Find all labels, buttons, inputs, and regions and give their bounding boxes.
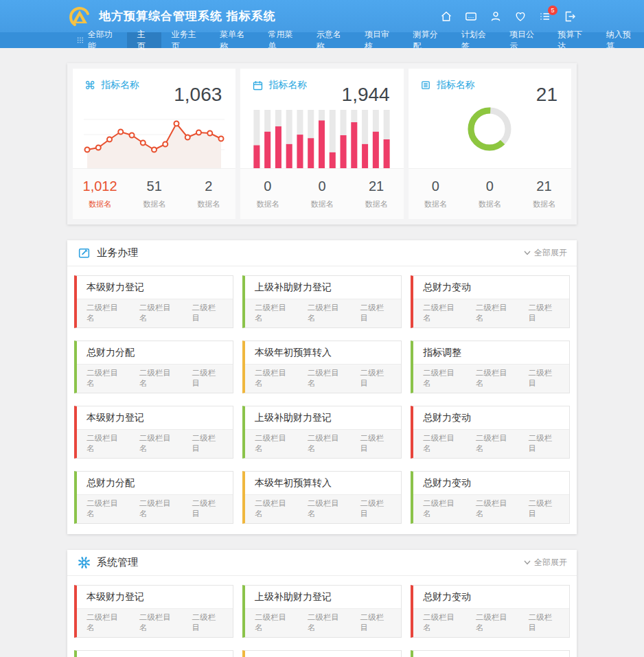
menu-card-subitem[interactable]: 二级栏目名: [308, 498, 347, 519]
menu-card-title[interactable]: 总财力变动: [413, 472, 569, 494]
heart-icon[interactable]: [512, 8, 529, 25]
menu-card-title[interactable]: 上级补助财力登记: [245, 406, 401, 429]
nav-item[interactable]: 项目审核: [354, 32, 402, 48]
menu-card-subitem[interactable]: 二级栏目: [192, 433, 223, 454]
menu-card-subitem[interactable]: 二级栏目名: [423, 612, 462, 633]
menu-card[interactable]: 总财力分配二级栏目名二级栏目名二级栏目: [74, 650, 233, 657]
menu-card-subitem[interactable]: 二级栏目: [192, 368, 223, 389]
menu-card-subitem[interactable]: 二级栏目名: [308, 433, 347, 454]
nav-item[interactable]: 计划会签: [451, 32, 499, 48]
menu-card[interactable]: 本级年初预算转入二级栏目名二级栏目名二级栏目: [242, 650, 402, 657]
menu-card-subitem[interactable]: 二级栏目名: [87, 498, 126, 519]
menu-card-subitem[interactable]: 二级栏目名: [139, 368, 179, 389]
menu-card[interactable]: 总财力分配二级栏目名二级栏目名二级栏目: [74, 341, 233, 393]
menu-card-title[interactable]: 本级财力登记: [77, 406, 233, 429]
nav-item[interactable]: 主页: [127, 32, 161, 48]
menu-card-subitem[interactable]: 二级栏目名: [476, 368, 515, 389]
menu-card-subitem[interactable]: 二级栏目: [360, 368, 391, 389]
menu-card-title[interactable]: 本级年初预算转入: [245, 472, 401, 494]
menu-card[interactable]: 指标调整二级栏目名二级栏目名二级栏目: [411, 341, 570, 393]
menu-card-subitem[interactable]: 二级栏目名: [476, 498, 515, 519]
menu-card-subitem[interactable]: 二级栏目名: [87, 368, 126, 389]
expand-all-button[interactable]: 全部展开: [524, 247, 567, 259]
nav-item-all-functions[interactable]: 全部功能: [67, 32, 127, 48]
menu-card-subitem[interactable]: 二级栏目名: [423, 498, 462, 519]
menu-card-subitem[interactable]: 二级栏目名: [139, 612, 179, 633]
menu-card-subitem[interactable]: 二级栏目名: [476, 303, 515, 323]
menu-card-subitem[interactable]: 二级栏目名: [423, 303, 462, 323]
menu-card-title[interactable]: 总财力变动: [413, 406, 569, 429]
menu-card-subitem[interactable]: 二级栏目: [529, 498, 560, 519]
menu-card-subitem[interactable]: 二级栏目名: [255, 498, 294, 519]
menu-card[interactable]: 上级补助财力登记二级栏目名二级栏目名二级栏目: [242, 406, 402, 459]
menu-card-title[interactable]: 本级财力登记: [77, 586, 233, 608]
menu-card-subitem[interactable]: 二级栏目名: [87, 612, 126, 633]
menu-card-subitem[interactable]: 二级栏目: [529, 433, 560, 454]
menu-card-subitem[interactable]: 二级栏目: [360, 612, 391, 633]
menu-card-subitem[interactable]: 二级栏目名: [139, 303, 179, 323]
menu-card-subitem[interactable]: 二级栏目名: [139, 433, 179, 454]
nav-item[interactable]: 预算下达: [547, 32, 595, 48]
menu-card-title[interactable]: 本级年初预算转入: [245, 651, 401, 657]
nav-item[interactable]: 业务主页: [161, 32, 209, 48]
menu-card-title[interactable]: 本级年初预算转入: [245, 341, 401, 364]
nav-item[interactable]: 纳入预算: [596, 32, 644, 48]
card-icon[interactable]: [463, 8, 479, 25]
menu-card-title[interactable]: 总财力分配: [77, 472, 233, 494]
menu-card-subitem[interactable]: 二级栏目名: [308, 303, 347, 323]
menu-card-subitem[interactable]: 二级栏目: [360, 303, 391, 323]
menu-card-title[interactable]: 上级补助财力登记: [245, 586, 401, 608]
menu-card-title[interactable]: 总财力分配: [77, 341, 233, 364]
menu-card-subitem[interactable]: 二级栏目: [529, 612, 560, 633]
menu-card-title[interactable]: 总财力变动: [413, 586, 569, 608]
menu-card-subitem[interactable]: 二级栏目名: [87, 433, 126, 454]
menu-card-subitem[interactable]: 二级栏目名: [423, 368, 462, 389]
nav-item[interactable]: 项目公示: [499, 32, 547, 48]
menu-card-subitem[interactable]: 二级栏目名: [255, 612, 294, 633]
menu-card-title[interactable]: 指标调整: [413, 651, 569, 657]
menu-card[interactable]: 上级补助财力登记二级栏目名二级栏目名二级栏目: [242, 585, 402, 638]
menu-card-subitem[interactable]: 二级栏目: [360, 433, 391, 454]
menu-card[interactable]: 本级年初预算转入二级栏目名二级栏目名二级栏目: [242, 471, 402, 524]
menu-card-subitem[interactable]: 二级栏目: [529, 368, 560, 389]
menu-card-title[interactable]: 总财力分配: [77, 651, 233, 657]
menu-card-subitem[interactable]: 二级栏目名: [476, 433, 515, 454]
user-icon[interactable]: [487, 8, 504, 25]
home-icon[interactable]: [438, 8, 455, 25]
nav-item[interactable]: 示意名称: [306, 32, 354, 48]
menu-card[interactable]: 总财力变动二级栏目名二级栏目名二级栏目: [411, 275, 570, 328]
logout-icon[interactable]: [562, 8, 578, 25]
menu-card-subitem[interactable]: 二级栏目: [529, 303, 560, 323]
nav-item[interactable]: 常用菜单: [257, 32, 306, 48]
menu-card[interactable]: 上级补助财力登记二级栏目名二级栏目名二级栏目: [242, 275, 402, 328]
menu-card[interactable]: 本级财力登记二级栏目名二级栏目名二级栏目: [74, 406, 233, 459]
menu-card-title[interactable]: 上级补助财力登记: [245, 276, 401, 299]
menu-card[interactable]: 总财力变动二级栏目名二级栏目名二级栏目: [411, 585, 570, 638]
menu-card-subitem[interactable]: 二级栏目名: [255, 303, 294, 323]
menu-card[interactable]: 指标调整二级栏目名二级栏目名二级栏目: [411, 650, 570, 657]
menu-card-subitem[interactable]: 二级栏目名: [255, 368, 294, 389]
menu-card[interactable]: 本级财力登记二级栏目名二级栏目名二级栏目: [74, 585, 233, 638]
menu-card-subitem[interactable]: 二级栏目: [192, 498, 223, 519]
menu-card-subitem[interactable]: 二级栏目名: [87, 303, 126, 323]
expand-all-button[interactable]: 全部展开: [524, 557, 567, 568]
menu-card-subitem[interactable]: 二级栏目名: [255, 433, 294, 454]
menu-card-title[interactable]: 本级财力登记: [77, 276, 233, 299]
menu-card-subitem[interactable]: 二级栏目名: [308, 368, 347, 389]
menu-card-subitem[interactable]: 二级栏目名: [308, 612, 347, 633]
menu-card-title[interactable]: 指标调整: [413, 341, 569, 364]
menu-card[interactable]: 总财力变动二级栏目名二级栏目名二级栏目: [411, 406, 570, 459]
menu-card-subitem[interactable]: 二级栏目: [360, 498, 391, 519]
menu-card-subitem[interactable]: 二级栏目名: [139, 498, 179, 519]
menu-card-subitem[interactable]: 二级栏目名: [476, 612, 515, 633]
menu-card-subitem[interactable]: 二级栏目: [192, 612, 223, 633]
menu-card-subitem[interactable]: 二级栏目名: [423, 433, 462, 454]
menu-card[interactable]: 总财力变动二级栏目名二级栏目名二级栏目: [411, 471, 570, 524]
nav-item[interactable]: 菜单名称: [209, 32, 257, 48]
menu-card[interactable]: 本级财力登记二级栏目名二级栏目名二级栏目: [74, 275, 233, 328]
menu-card[interactable]: 总财力分配二级栏目名二级栏目名二级栏目: [74, 471, 233, 524]
menu-card-subitem[interactable]: 二级栏目: [192, 303, 223, 323]
list-icon[interactable]: 5: [537, 8, 553, 25]
menu-card-title[interactable]: 总财力变动: [413, 276, 569, 299]
nav-item[interactable]: 测算分配: [402, 32, 450, 48]
